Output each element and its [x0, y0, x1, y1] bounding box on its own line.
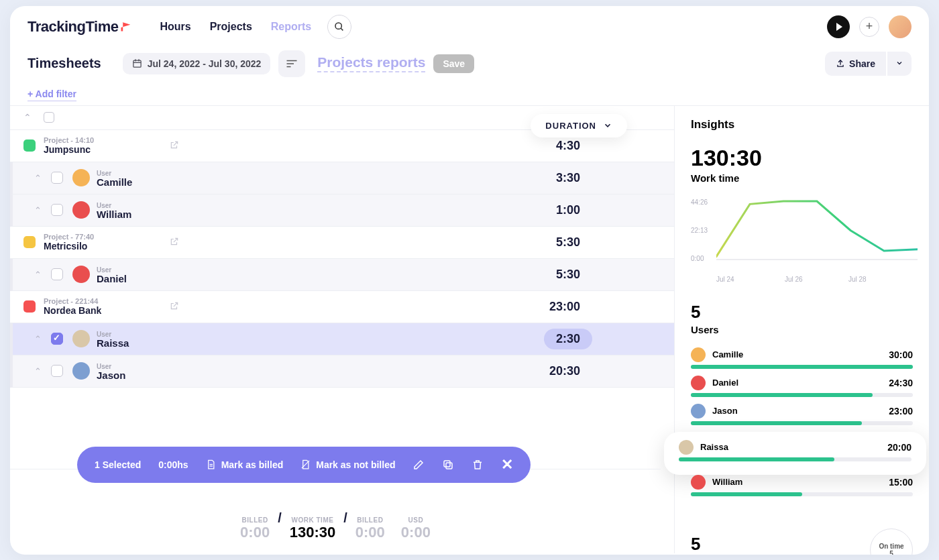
nav-reports[interactable]: Reports: [271, 21, 311, 33]
project-duration: 23:00: [549, 300, 580, 314]
date-range-picker[interactable]: Jul 24, 2022 - Jul 30, 2022: [123, 53, 271, 74]
user-duration: 2:30: [544, 329, 592, 349]
calendar-icon: [132, 58, 142, 68]
mark-not-billed-button[interactable]: Mark as not billed: [300, 459, 395, 470]
list-icon: [286, 59, 298, 68]
user-name: Camille: [97, 176, 132, 188]
add-filter-link[interactable]: + Add filter: [27, 89, 76, 101]
external-link-icon[interactable]: [170, 140, 179, 152]
svg-line-1: [341, 28, 343, 30]
insights-user-time: 15:00: [889, 477, 913, 488]
save-button[interactable]: Save: [433, 54, 474, 73]
collapse-all-icon[interactable]: ⌃: [23, 112, 32, 123]
document-slash-icon: [300, 459, 311, 470]
delete-button[interactable]: [472, 459, 484, 471]
avatar: [691, 376, 706, 390]
project-name: Nordea Bank: [44, 305, 101, 316]
project-color-icon: [23, 236, 36, 248]
row-checkbox[interactable]: [51, 365, 63, 377]
avatar: [72, 266, 90, 283]
row-checkbox[interactable]: [51, 172, 63, 184]
avatar: [72, 201, 90, 219]
insights-user-row[interactable]: Camille 30:00: [691, 347, 913, 369]
svg-point-0: [335, 23, 341, 29]
row-checkbox[interactable]: [51, 333, 63, 345]
selection-action-bar: 1 Selected 0:00hs Mark as billed Mark as…: [77, 447, 531, 483]
project-row[interactable]: Project - 221:44 Nordea Bank 23:00: [10, 291, 674, 323]
external-link-icon[interactable]: [170, 237, 179, 248]
project-name: Jumpsunc: [44, 144, 94, 155]
collapse-icon[interactable]: ⌃: [34, 173, 42, 183]
mark-billed-button[interactable]: Mark as billed: [206, 459, 284, 470]
insights-user-time: 23:00: [889, 406, 913, 416]
project-meta: Project - 77:40: [44, 233, 94, 241]
share-button[interactable]: Share: [825, 52, 886, 76]
progress-track: [691, 365, 913, 369]
edit-button[interactable]: [412, 459, 425, 471]
collapse-icon[interactable]: ⌃: [34, 270, 42, 280]
add-button[interactable]: +: [859, 17, 879, 37]
svg-rect-2: [133, 60, 141, 67]
list-view-toggle[interactable]: [278, 50, 305, 77]
insights-user-name: William: [712, 477, 889, 487]
close-action-bar[interactable]: ✕: [501, 456, 513, 473]
project-duration: 5:30: [556, 235, 580, 249]
project-name: Metricsilo: [44, 241, 94, 251]
work-time-value: 130:30: [691, 145, 913, 171]
nav-hours[interactable]: Hours: [160, 21, 190, 33]
progress-track: [679, 457, 912, 461]
insights-user-name: Raissa: [700, 442, 887, 452]
trash-icon: [472, 459, 484, 471]
search-button[interactable]: [327, 15, 351, 39]
copy-button[interactable]: [442, 459, 454, 471]
progress-track: [691, 421, 913, 425]
project-duration: 4:30: [556, 139, 580, 153]
chevron-down-icon: [603, 121, 612, 130]
collapse-icon[interactable]: ⌃: [34, 334, 42, 344]
projects-count: 5: [691, 534, 730, 555]
insights-user-time: 20:00: [887, 442, 912, 453]
insights-user-row[interactable]: Raissa 20:00: [664, 432, 926, 475]
insights-user-time: 24:30: [889, 378, 913, 388]
chevron-down-icon: [895, 59, 903, 67]
report-name-editable[interactable]: Projects reports: [317, 54, 425, 72]
collapse-icon[interactable]: ⌃: [34, 205, 42, 215]
avatar: [72, 330, 90, 347]
user-row[interactable]: ⌃ User Jason 20:30: [10, 355, 674, 388]
external-link-icon[interactable]: [170, 301, 179, 313]
insights-user-name: Camille: [712, 349, 889, 359]
user-row[interactable]: ⌃ User William 1:00: [10, 194, 674, 227]
user-duration: 3:30: [556, 171, 580, 185]
insights-user-name: Daniel: [712, 378, 889, 388]
select-all-checkbox[interactable]: [44, 112, 54, 123]
avatar: [691, 475, 706, 490]
users-count: 5: [691, 302, 913, 323]
footer-totals: BILLED0:00 / WORK TIME130:30 / BILLED0:0…: [10, 496, 661, 541]
play-button[interactable]: [827, 15, 850, 38]
collapse-icon[interactable]: ⌃: [34, 366, 42, 376]
insights-user-row[interactable]: Jason 23:00: [691, 404, 913, 425]
brand-logo[interactable]: TrackingTime: [27, 18, 130, 36]
share-dropdown[interactable]: [887, 52, 912, 76]
user-row[interactable]: ⌃ User Camille 3:30: [10, 162, 674, 194]
insights-user-row[interactable]: Daniel 24:30: [691, 376, 913, 397]
user-row[interactable]: ⌃ User Raissa 2:30: [10, 323, 674, 355]
nav-projects[interactable]: Projects: [210, 21, 252, 33]
page-title: Timesheets: [27, 56, 101, 71]
logo-flag-icon: [121, 22, 130, 32]
insights-user-name: Jason: [712, 406, 889, 416]
row-checkbox[interactable]: [51, 268, 63, 280]
progress-fill: [691, 365, 913, 369]
user-avatar[interactable]: [889, 15, 912, 38]
user-name: Raissa: [97, 337, 129, 349]
duration-column-header[interactable]: DURATION: [531, 114, 627, 137]
row-checkbox[interactable]: [51, 204, 63, 216]
progress-fill: [679, 457, 834, 461]
user-duration: 1:00: [556, 203, 580, 217]
on-time-indicator: On time 5: [870, 528, 913, 555]
project-row[interactable]: Project - 77:40 Metricsilo 5:30: [10, 227, 674, 259]
copy-icon: [442, 459, 454, 471]
user-duration: 20:30: [549, 364, 580, 378]
insights-user-row[interactable]: William 15:00: [691, 475, 913, 496]
user-row[interactable]: ⌃ User Daniel 5:30: [10, 259, 674, 291]
